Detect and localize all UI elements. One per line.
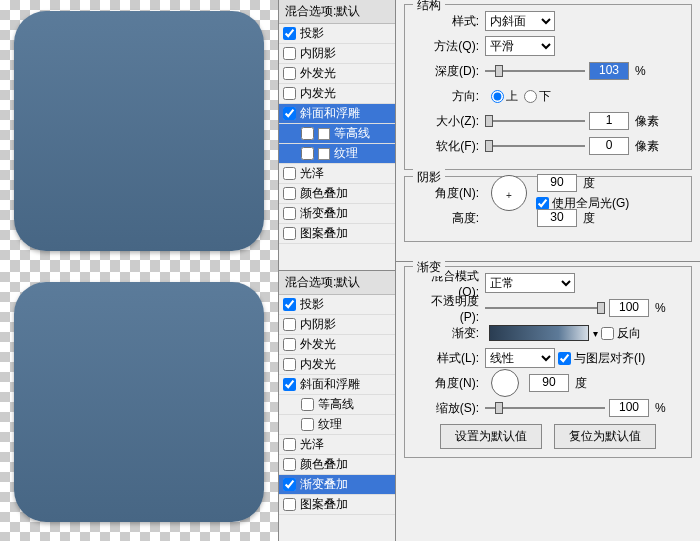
angle-label: 角度(N): — [413, 185, 485, 202]
effect-item[interactable]: 外发光 — [279, 335, 395, 355]
effect-item[interactable]: 斜面和浮雕 — [279, 375, 395, 395]
effect-item[interactable]: 纹理 — [279, 415, 395, 435]
effect-check[interactable] — [283, 458, 296, 471]
effect-item[interactable]: 等高线 — [279, 124, 395, 144]
effect-check[interactable] — [283, 338, 296, 351]
size-slider[interactable] — [485, 112, 585, 130]
altitude-label: 高度: — [413, 210, 485, 227]
align-check[interactable] — [558, 352, 571, 365]
effect-item[interactable]: 斜面和浮雕 — [279, 104, 395, 124]
reverse-check[interactable] — [601, 327, 614, 340]
depth-input[interactable]: 103 — [589, 62, 629, 80]
effect-item[interactable]: 渐变叠加 — [279, 204, 395, 224]
effect-check[interactable] — [283, 67, 296, 80]
preview-shape-bottom — [14, 282, 264, 522]
soften-slider[interactable] — [485, 137, 585, 155]
angle-input[interactable]: 90 — [537, 174, 577, 192]
preview-canvas-top — [0, 0, 278, 262]
effect-check[interactable] — [283, 207, 296, 220]
effect-item[interactable]: 图案叠加 — [279, 224, 395, 244]
gradient-bar[interactable] — [489, 325, 589, 341]
effect-check[interactable] — [283, 358, 296, 371]
effect-check[interactable] — [301, 398, 314, 411]
effect-check[interactable] — [283, 167, 296, 180]
size-input[interactable]: 1 — [589, 112, 629, 130]
down-label: 下 — [539, 88, 551, 105]
effect-item[interactable]: 投影 — [279, 295, 395, 315]
direction-down-radio[interactable] — [524, 90, 537, 103]
depth-label: 深度(D): — [413, 63, 485, 80]
altitude-input[interactable]: 30 — [537, 209, 577, 227]
effect-label: 渐变叠加 — [300, 476, 348, 493]
gradient-legend: 渐变 — [413, 259, 445, 276]
depth-slider[interactable] — [485, 62, 585, 80]
effect-check[interactable] — [301, 147, 314, 160]
effect-item[interactable]: 投影 — [279, 24, 395, 44]
effect-check[interactable] — [283, 107, 296, 120]
effect-item[interactable]: 光泽 — [279, 435, 395, 455]
set-default-button[interactable]: 设置为默认值 — [440, 424, 542, 449]
opacity-slider[interactable] — [485, 299, 605, 317]
depth-unit: % — [635, 64, 646, 78]
contour-icon — [318, 148, 330, 160]
scale-input[interactable]: 100 — [609, 399, 649, 417]
effect-item[interactable]: 内阴影 — [279, 315, 395, 335]
blend-select[interactable]: 正常 — [485, 273, 575, 293]
effect-check[interactable] — [283, 27, 296, 40]
gradient-bar-label: 渐变: — [413, 325, 485, 342]
effect-label: 颜色叠加 — [300, 456, 348, 473]
effect-label: 纹理 — [334, 145, 358, 162]
grad-angle-input[interactable]: 90 — [529, 374, 569, 392]
scale-unit: % — [655, 401, 666, 415]
size-unit: 像素 — [635, 113, 659, 130]
effect-item[interactable]: 颜色叠加 — [279, 455, 395, 475]
opacity-input[interactable]: 100 — [609, 299, 649, 317]
opacity-label: 不透明度(P): — [413, 293, 485, 324]
effect-check[interactable] — [283, 498, 296, 511]
grad-style-select[interactable]: 线性 — [485, 348, 555, 368]
effect-check[interactable] — [283, 438, 296, 451]
size-label: 大小(Z): — [413, 113, 485, 130]
effect-check[interactable] — [283, 87, 296, 100]
effect-label: 图案叠加 — [300, 496, 348, 513]
effect-check[interactable] — [283, 478, 296, 491]
effect-label: 等高线 — [334, 125, 370, 142]
effect-label: 光泽 — [300, 436, 324, 453]
effect-check[interactable] — [283, 378, 296, 391]
angle-unit: 度 — [583, 175, 595, 192]
direction-label: 方向: — [413, 88, 485, 105]
effect-check[interactable] — [283, 227, 296, 240]
effect-item[interactable]: 图案叠加 — [279, 495, 395, 515]
altitude-unit: 度 — [583, 210, 595, 227]
scale-label: 缩放(S): — [413, 400, 485, 417]
method-select[interactable]: 平滑 — [485, 36, 555, 56]
effect-item[interactable]: 内发光 — [279, 84, 395, 104]
direction-up-radio[interactable] — [491, 90, 504, 103]
effect-item[interactable]: 内阴影 — [279, 44, 395, 64]
soften-unit: 像素 — [635, 138, 659, 155]
soften-label: 软化(F): — [413, 138, 485, 155]
effect-check[interactable] — [283, 187, 296, 200]
effect-item[interactable]: 纹理 — [279, 144, 395, 164]
grad-angle-dial[interactable] — [491, 369, 519, 397]
effect-check[interactable] — [301, 418, 314, 431]
effect-check[interactable] — [301, 127, 314, 140]
effect-item[interactable]: 光泽 — [279, 164, 395, 184]
effect-label: 投影 — [300, 296, 324, 313]
scale-slider[interactable] — [485, 399, 605, 417]
angle-dial[interactable]: + — [491, 175, 527, 211]
effect-item[interactable]: 内发光 — [279, 355, 395, 375]
effect-label: 投影 — [300, 25, 324, 42]
effect-item[interactable]: 颜色叠加 — [279, 184, 395, 204]
effect-item[interactable]: 渐变叠加 — [279, 475, 395, 495]
effect-item[interactable]: 等高线 — [279, 395, 395, 415]
soften-input[interactable]: 0 — [589, 137, 629, 155]
style-select[interactable]: 内斜面 — [485, 11, 555, 31]
reset-default-button[interactable]: 复位为默认值 — [554, 424, 656, 449]
effect-item[interactable]: 外发光 — [279, 64, 395, 84]
effect-check[interactable] — [283, 318, 296, 331]
effect-check[interactable] — [283, 298, 296, 311]
effects-header-bottom: 混合选项:默认 — [279, 271, 395, 295]
gradient-dropdown-icon[interactable] — [593, 326, 598, 340]
effect-check[interactable] — [283, 47, 296, 60]
